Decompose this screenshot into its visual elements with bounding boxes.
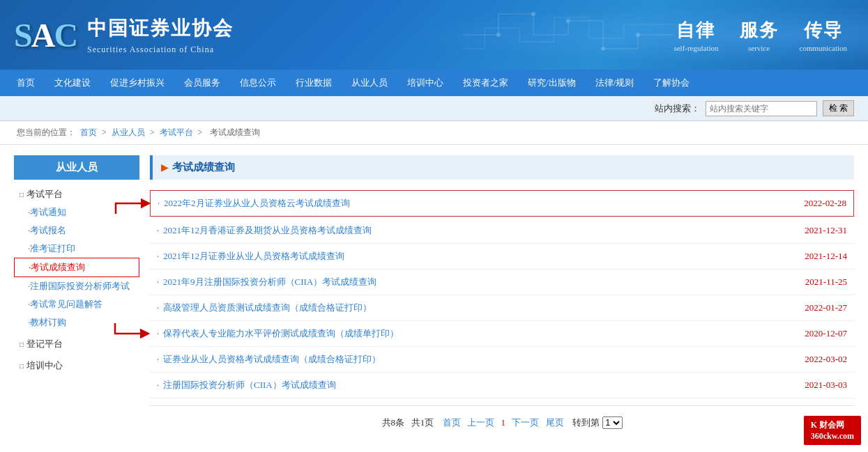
nav-training[interactable]: 培训中心 — [397, 70, 453, 96]
result-date-2: 2021-12-31 — [805, 225, 847, 236]
nav-industry[interactable]: 行业数据 — [286, 70, 342, 96]
nav-culture[interactable]: 文化建设 — [45, 70, 100, 96]
result-date-4: 2021-11-25 — [805, 276, 847, 288]
sidebar-link-ciia-exam[interactable]: ·注册国际投资分析师考试 — [28, 281, 130, 291]
sidebar-category-exam-label: 考试平台 — [26, 188, 63, 201]
content-header: 考试成绩查询 — [150, 155, 854, 180]
bullet-4: · — [157, 277, 159, 288]
nav-member[interactable]: 会员服务 — [174, 70, 230, 96]
search-button[interactable]: 检 索 — [823, 100, 854, 116]
slogan-cn-3: 传导 — [800, 18, 847, 42]
bullet-2: · — [157, 226, 159, 236]
breadcrumb-sep2: > — [150, 127, 157, 137]
sidebar-item-register[interactable]: ·考试报名 — [14, 221, 139, 240]
sidebar-link-register[interactable]: ·考试报名 — [28, 225, 66, 235]
logo-text: 中国证券业协会 Securities Association of China — [87, 15, 234, 55]
svg-point-2 — [566, 19, 570, 23]
nav-research[interactable]: 研究/出版物 — [518, 70, 586, 96]
result-item-left-4: · 2021年9月注册国际投资分析师（CIIA）考试成绩查询 — [157, 276, 376, 288]
result-item-4: · 2021年9月注册国际投资分析师（CIIA）考试成绩查询 2021-11-2… — [150, 270, 854, 295]
total-pages: 共1页 — [411, 417, 434, 428]
breadcrumb-sep1: > — [102, 127, 109, 137]
slogan-en-2: service — [740, 44, 779, 52]
page-first[interactable]: 首页 — [443, 417, 461, 428]
watermark-line2: 360ckw.com — [811, 431, 854, 441]
result-item-1: · 2022年2月证券业从业人员资格云考试成绩查询 2022-02-28 — [150, 190, 854, 217]
sidebar-item-score[interactable]: ·考试成绩查询 — [14, 258, 139, 277]
logo-area: SAC 中国证券业协会 Securities Association of Ch… — [14, 15, 234, 55]
sidebar-title: 从业人员 — [14, 155, 139, 180]
sidebar-link-admission[interactable]: ·准考证打印 — [28, 243, 75, 254]
result-link-8[interactable]: 注册国际投资分析师（CIIA）考试成绩查询 — [163, 379, 336, 391]
result-date-3: 2021-12-14 — [805, 251, 847, 262]
breadcrumb: 您当前的位置： 首页 > 从业人员 > 考试平台 > 考试成绩查询 — [0, 121, 868, 145]
sidebar-item-faq[interactable]: ·考试常见问题解答 — [14, 295, 139, 313]
result-date-5: 2022-01-27 — [805, 302, 847, 313]
result-item-left-6: · 保荐代表人专业能力水平评价测试成绩查询（成绩单打印） — [157, 327, 399, 340]
slogan-service: 服务 service — [740, 18, 779, 52]
result-item-left-5: · 高级管理人员资质测试成绩查询（成绩合格证打印） — [157, 302, 372, 314]
result-item-left-8: · 注册国际投资分析师（CIIA）考试成绩查询 — [157, 379, 336, 391]
sidebar-link-score[interactable]: ·考试成绩查询 — [29, 262, 85, 272]
header: SAC 中国证券业协会 Securities Association of Ch… — [0, 0, 868, 70]
breadcrumb-home[interactable]: 首页 — [80, 127, 97, 137]
header-slogan: 自律 self-regulation 服务 service 传导 communi… — [673, 18, 847, 52]
bullet-8: · — [157, 380, 159, 391]
sidebar-category-training[interactable]: □ 培训中心 — [14, 357, 139, 375]
nav-law[interactable]: 法律/规则 — [586, 70, 644, 96]
result-link-6[interactable]: 保荐代表人专业能力水平评价测试成绩查询（成绩单打印） — [163, 327, 399, 340]
nav-home[interactable]: 首页 — [7, 70, 45, 96]
result-link-4[interactable]: 2021年9月注册国际投资分析师（CIIA）考试成绩查询 — [163, 276, 376, 288]
breadcrumb-sep3: > — [198, 127, 205, 137]
result-item-7: · 证券业从业人员资格考试成绩查询（成绩合格证打印） 2022-03-02 — [150, 347, 854, 373]
content-title: 考试成绩查询 — [172, 161, 235, 174]
sidebar-link-textbook[interactable]: ·教材订购 — [28, 317, 66, 327]
nav-investor[interactable]: 投资者之家 — [453, 70, 518, 96]
result-item-8: · 注册国际投资分析师（CIIA）考试成绩查询 2021-03-03 — [150, 373, 854, 398]
search-input[interactable] — [706, 101, 817, 116]
red-arrow-1 — [112, 189, 151, 217]
result-date-8: 2021-03-03 — [805, 380, 847, 391]
sac-logo: SAC — [14, 16, 77, 54]
result-date-6: 2020-12-07 — [805, 328, 847, 339]
main-content: 从业人员 □ 考试平台 ·考试通知 ·考试报名 ·准考证打印 ·考试成绩查询 ·… — [0, 145, 868, 452]
result-link-1[interactable]: 2022年2月证券业从业人员资格云考试成绩查询 — [164, 197, 350, 210]
pagination: 共8条 共1页 首页 上一页 1 下一页 尾页 转到第 1 — [150, 405, 854, 439]
content-panel: 考试成绩查询 · 2022年2月证券业从业人员资格云考试成绩查询 — [150, 155, 854, 452]
sidebar-item-admission[interactable]: ·准考证打印 — [14, 240, 139, 258]
slogan-en-1: self-regulation — [673, 44, 718, 52]
nav-personnel[interactable]: 从业人员 — [342, 70, 397, 96]
slogan-cn-1: 自律 — [673, 18, 718, 42]
bullet-5: · — [157, 303, 159, 313]
watermark-line1: K 财会网 — [811, 420, 844, 430]
breadcrumb-exam-platform[interactable]: 考试平台 — [160, 127, 193, 137]
breadcrumb-personnel[interactable]: 从业人员 — [112, 127, 145, 137]
sidebar-category-training-label: 培训中心 — [26, 359, 63, 372]
result-link-7[interactable]: 证券业从业人员资格考试成绩查询（成绩合格证打印） — [163, 353, 381, 366]
page-prev[interactable]: 上一页 — [467, 417, 494, 428]
page-last[interactable]: 尾页 — [546, 417, 564, 428]
result-date-1: 2022-02-28 — [804, 198, 846, 209]
bullet-6: · — [157, 329, 159, 339]
circuit-decoration — [464, 0, 673, 70]
sidebar-link-notice[interactable]: ·考试通知 — [28, 207, 66, 217]
bullet-7: · — [157, 354, 159, 365]
sidebar-item-ciia-exam[interactable]: ·注册国际投资分析师考试 — [14, 277, 139, 295]
result-link-5[interactable]: 高级管理人员资质测试成绩查询（成绩合格证打印） — [163, 302, 372, 314]
result-item-3: · 2021年12月证券业从业人员资格考试成绩查询 2021-12-14 — [150, 244, 854, 270]
watermark: K 财会网 360ckw.com — [804, 416, 861, 445]
result-item-left-7: · 证券业从业人员资格考试成绩查询（成绩合格证打印） — [157, 353, 381, 366]
result-link-3[interactable]: 2021年12月证券业从业人员资格考试成绩查询 — [163, 250, 344, 263]
nav-rural[interactable]: 促进乡村振兴 — [100, 70, 174, 96]
slogan-en-3: communication — [800, 44, 847, 52]
page-next[interactable]: 下一页 — [512, 417, 539, 428]
red-arrow-2 — [112, 320, 150, 348]
sidebar-link-faq[interactable]: ·考试常见问题解答 — [28, 299, 102, 309]
goto-label: 转到第 — [572, 417, 600, 428]
search-label: 站内搜索： — [655, 102, 700, 115]
nav-info[interactable]: 信息公示 — [230, 70, 286, 96]
nav-about[interactable]: 了解协会 — [644, 70, 699, 96]
page-select[interactable]: 1 — [602, 416, 623, 429]
result-item-left-1: · 2022年2月证券业从业人员资格云考试成绩查询 — [158, 197, 350, 210]
result-link-2[interactable]: 2021年12月香港证券及期货从业员资格考试成绩查询 — [163, 224, 372, 237]
